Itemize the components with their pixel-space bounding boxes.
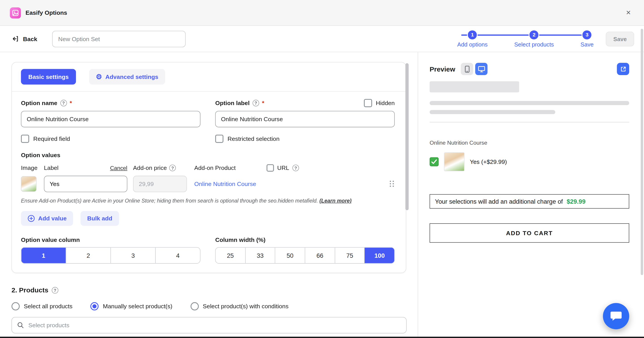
width-100[interactable]: 100 [364, 248, 394, 263]
option-name-label-row: Option name [21, 99, 200, 107]
tabs-divider [12, 91, 406, 92]
add-to-cart-button[interactable]: ADD TO CART [430, 223, 629, 242]
help-icon[interactable] [169, 165, 176, 171]
note-text: Ensure Add-on Product(s) are Active in y… [21, 198, 318, 204]
option-value-row: Online Nutrition Course [21, 176, 397, 192]
column-count-2[interactable]: 2 [66, 248, 110, 263]
card-scrollbar[interactable] [406, 63, 409, 210]
preview-value-image [444, 152, 465, 171]
photo-icon [12, 10, 18, 16]
settings-card: Basic settings Advanced settings Option … [12, 62, 406, 273]
step-add-options[interactable]: 1 Add options [457, 30, 488, 48]
back-icon [12, 35, 19, 43]
bulk-add-button[interactable]: Bulk add [81, 211, 119, 226]
column-count-1[interactable]: 1 [22, 248, 66, 263]
step-save[interactable]: 3 Save [580, 30, 594, 48]
app-window: Easify Options Back 1 Add options 2 Sele… [0, 0, 644, 338]
preview-value-label: Yes (+$29.99) [470, 158, 507, 165]
radio-checked-icon [90, 302, 99, 310]
mobile-preview-button[interactable] [461, 63, 473, 75]
restricted-selection-label: Restricted selection [228, 136, 280, 142]
left-column: Basic settings Advanced settings Option … [0, 52, 418, 338]
additional-charge-box: Your selections will add an additional c… [430, 194, 629, 208]
preview-value-row: Yes (+$29.99) [430, 152, 629, 171]
skeleton-block [430, 81, 519, 92]
desktop-icon [478, 66, 485, 72]
save-button[interactable]: Save [606, 32, 634, 46]
width-66[interactable]: 66 [305, 248, 334, 263]
option-values-title: Option values [21, 152, 397, 158]
radio-select-with-conditions[interactable]: Select product(s) with conditions [190, 302, 289, 310]
checked-checkbox-icon[interactable] [430, 157, 438, 166]
option-values-header: Image Label Cancel Add-on price Add-on P… [21, 164, 397, 172]
main-area: Basic settings Advanced settings Option … [0, 52, 644, 338]
width-33[interactable]: 33 [245, 248, 275, 263]
tab-basic-settings[interactable]: Basic settings [21, 69, 76, 85]
option-label-input[interactable] [215, 111, 395, 127]
advanced-settings-label: Advanced settings [105, 74, 158, 80]
preview-divider [430, 122, 629, 122]
drag-handle-icon[interactable] [387, 180, 397, 187]
search-icon [17, 322, 24, 329]
desktop-preview-button[interactable] [476, 63, 488, 75]
width-50[interactable]: 50 [275, 248, 304, 263]
back-label: Back [23, 36, 37, 42]
help-icon[interactable] [60, 100, 67, 106]
step-select-products[interactable]: 2 Select products [514, 30, 554, 48]
column-width-segment: 25 33 50 66 75 100 [215, 247, 395, 264]
tab-advanced-settings[interactable]: Advanced settings [89, 69, 165, 85]
stepper: 1 Add options 2 Select products 3 Save [457, 30, 594, 48]
gear-icon [96, 72, 102, 81]
chat-widget-button[interactable] [603, 303, 629, 329]
column-count-segment: 1 2 3 4 [21, 247, 200, 264]
cancel-link[interactable]: Cancel [110, 165, 127, 171]
header-bar: Back 1 Add options 2 Select products 3 S… [0, 26, 644, 52]
radio-manually-select[interactable]: Manually select product(s) [90, 302, 172, 310]
products-title: 2. Products [12, 286, 48, 294]
option-value-image[interactable] [21, 176, 37, 192]
easify-app-icon [10, 7, 21, 18]
option-label-label: Option label [215, 100, 250, 106]
addon-product-link[interactable]: Online Nutrition Course [194, 180, 256, 187]
page-scrollbar[interactable] [641, 29, 643, 275]
charge-amount: $29.99 [567, 198, 586, 205]
close-icon[interactable] [622, 7, 634, 18]
back-button[interactable]: Back [12, 35, 37, 43]
open-preview-button[interactable] [617, 63, 629, 75]
step-1-label: Add options [457, 41, 488, 48]
width-25[interactable]: 25 [216, 248, 245, 263]
url-toggle: URL [266, 164, 299, 172]
width-75[interactable]: 75 [334, 248, 364, 263]
charge-text: Your selections will add an additional c… [435, 198, 563, 205]
column-width-title: Column width (%) [215, 236, 395, 243]
skeleton-bar [430, 101, 629, 105]
settings-tabs: Basic settings Advanced settings [21, 69, 397, 85]
option-value-column-title: Option value column [21, 236, 200, 243]
add-value-button[interactable]: Add value [21, 211, 73, 226]
column-count-3[interactable]: 3 [110, 248, 155, 263]
hidden-label: Hidden [376, 100, 395, 106]
help-icon[interactable] [252, 100, 259, 106]
hidden-checkbox[interactable] [364, 99, 372, 107]
column-count-4[interactable]: 4 [155, 248, 200, 263]
addon-price-input[interactable] [133, 176, 187, 192]
column-product-header: Add-on Product [194, 165, 266, 171]
value-label-input[interactable] [44, 176, 128, 192]
learn-more-link[interactable]: (Learn more) [320, 198, 352, 204]
url-checkbox[interactable] [266, 164, 274, 172]
radio-select-all-products[interactable]: Select all products [12, 302, 72, 310]
radio-icon [12, 302, 20, 310]
chat-icon [610, 310, 622, 322]
option-name-input[interactable] [21, 111, 200, 127]
required-field-checkbox[interactable] [21, 134, 29, 143]
restricted-selection-checkbox[interactable] [215, 134, 224, 143]
help-icon[interactable] [292, 165, 299, 171]
product-search-input[interactable] [28, 322, 402, 328]
help-icon[interactable] [52, 287, 58, 293]
step-1-circle: 1 [468, 30, 477, 39]
radio-icon [190, 302, 199, 310]
app-titlebar: Easify Options [0, 0, 644, 26]
option-set-name-input[interactable] [52, 31, 186, 47]
window-bottom-edge [0, 336, 644, 338]
preview-panel: Preview [418, 52, 644, 338]
